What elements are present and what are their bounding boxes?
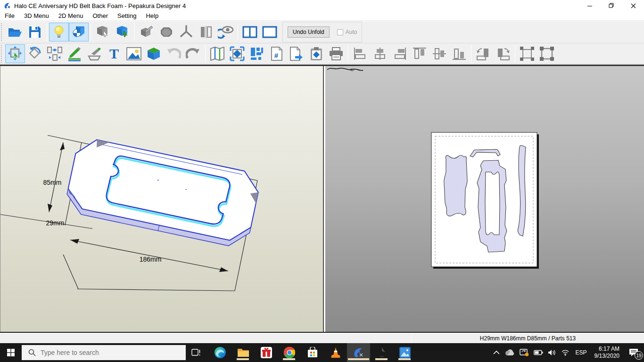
copy-part-button[interactable] [306,44,326,63]
menu-3d[interactable]: 3D Menu [19,11,54,21]
gift-app-icon [261,347,272,358]
redo-button[interactable] [183,44,203,63]
viewport-2d[interactable] [325,66,644,332]
flap-brush-button[interactable] [84,44,104,63]
join-divide-button[interactable] [45,44,65,63]
align-bottom-icon [452,47,466,61]
speaker-icon [548,349,556,356]
toolbar-2d: T [0,43,644,65]
texture-toggle-button[interactable] [69,23,89,41]
page-number-button[interactable]: # [267,44,287,63]
select-3d-gray-button[interactable] [93,23,113,41]
open-button[interactable] [5,23,25,41]
battery-tray-button[interactable] [531,343,545,362]
edge-color-button[interactable] [65,44,84,63]
rotate-ccw-button[interactable] [473,44,493,63]
rotate-ccw-icon [476,47,491,61]
menu-setting[interactable]: Setting [113,11,141,21]
print-button[interactable] [326,44,346,63]
group-select-button[interactable] [517,44,537,63]
fold-lines-button[interactable] [207,44,227,63]
rotate-part-button[interactable] [25,44,45,63]
toolbar-separator [238,23,238,41]
viewport-3d[interactable]: 85mm 29mm 186mm [0,66,324,332]
select-3d-blue-button[interactable] [113,23,132,41]
taskbar-app-edge[interactable] [208,343,231,362]
ungroup-select-button[interactable] [537,44,557,63]
language-indicator[interactable]: ESP [572,343,591,362]
search-icon [28,349,36,356]
rotate-cw-button[interactable] [493,44,513,63]
clock[interactable]: 6:17 AM 9/13/2020 [591,346,623,360]
taskbar-app-vlc[interactable] [324,343,347,362]
task-view-button[interactable] [186,343,206,362]
reset-view-button[interactable] [216,23,236,41]
part-left[interactable] [444,155,467,216]
two-pane-icon [242,26,257,38]
axis-tripod-icon [179,25,193,39]
text-tool-button[interactable]: T [104,44,124,63]
undo-unfold-button[interactable]: Undo Unfold [288,26,330,38]
show-solid-button[interactable] [157,23,176,41]
volume-tray-button[interactable] [545,343,559,362]
align-bottom-button[interactable] [449,44,469,63]
menu-help[interactable]: Help [141,11,163,21]
auto-layout-button[interactable] [247,44,267,63]
battery-icon [534,350,543,355]
menu-file[interactable]: File [0,11,19,21]
pepakura-app-icon [4,2,11,9]
select-move-icon [8,46,23,61]
action-center-button[interactable]: 19 [623,343,644,362]
undo-button[interactable] [164,44,183,63]
align-middle-v-button[interactable] [429,44,449,63]
auto-checkbox[interactable] [337,29,343,35]
search-input[interactable] [41,349,173,356]
single-window-button[interactable] [260,23,280,41]
model-info-text: H29mm W186mm D85mm / Parts 513 [412,333,644,343]
toolbar-grip[interactable] [1,45,4,63]
select-move-button[interactable] [5,44,25,63]
start-button[interactable] [0,343,22,362]
chrome-icon [283,346,296,359]
edit-texture-button[interactable] [137,23,157,41]
box3d-tool-button[interactable] [144,44,164,63]
page-export-button[interactable] [287,44,306,63]
fold-map-icon [209,47,225,61]
close-button[interactable] [622,0,644,11]
indicator-photos [398,358,411,360]
main-area: 85mm 29mm 186mm [0,65,644,333]
image-tool-button[interactable] [124,44,144,63]
menu-2d[interactable]: 2D Menu [54,11,88,21]
pepakura-icon [353,346,365,359]
dim-height-label: 85mm [43,179,62,186]
align-center-h-button[interactable] [370,44,390,63]
flip-face-button[interactable] [196,23,216,41]
align-top-button[interactable] [410,44,429,63]
select-frame-button[interactable] [227,44,247,63]
light-toggle-button[interactable] [49,23,69,41]
restore-button[interactable] [601,0,622,11]
taskbar-app-store[interactable] [301,343,324,362]
show-axis-button[interactable] [176,23,196,41]
toolbar-separator [91,23,91,41]
sync-tray-button[interactable] [517,343,531,362]
menu-other[interactable]: Other [88,11,113,21]
align-left-button[interactable] [350,44,370,63]
flip-bars-icon [200,25,212,39]
align-top-icon [413,47,427,61]
both-windows-button[interactable] [240,23,260,41]
toolbar-grip[interactable] [1,23,4,41]
join-divide-icon [47,46,63,61]
file-explorer-icon [237,347,249,358]
save-icon [28,25,41,39]
taskbar-app-gift[interactable] [255,343,278,362]
wifi-tray-button[interactable] [559,343,572,362]
hidden-icons-button[interactable] [491,343,502,362]
align-right-button[interactable] [390,44,410,63]
save-button[interactable] [25,23,45,41]
align-center-h-icon [373,47,387,60]
onedrive-tray-button[interactable] [502,343,517,362]
window-title: Halo CE Aniversary HD Belt Back Foam - P… [14,2,186,9]
minimize-button[interactable] [579,0,601,11]
taskbar-search[interactable] [22,345,186,360]
